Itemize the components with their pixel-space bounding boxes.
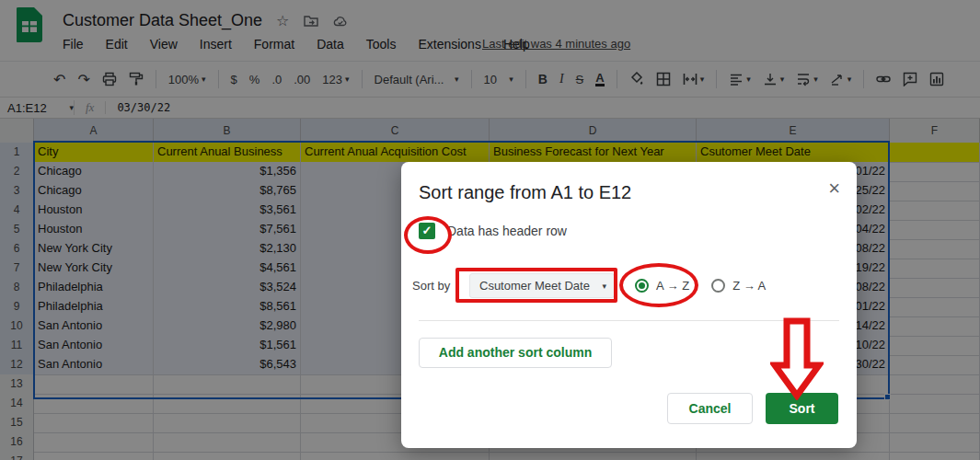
sort-by-label: Sort by bbox=[412, 279, 464, 293]
header-row-checkbox[interactable]: ✓ bbox=[419, 223, 435, 239]
sort-column-dropdown[interactable]: Csutomer Meet Date▾ bbox=[469, 273, 615, 298]
radio-unselected-icon[interactable] bbox=[711, 279, 725, 293]
dialog-divider bbox=[419, 320, 839, 321]
sort-button[interactable]: Sort bbox=[766, 393, 838, 424]
header-row-checkbox-label[interactable]: Data has header row bbox=[447, 224, 567, 238]
radio-selected-icon[interactable] bbox=[635, 279, 649, 293]
annotation-arrow-down-icon bbox=[770, 317, 824, 400]
sort-range-dialog: Sort range from A1 to E12 × ✓ Data has h… bbox=[401, 162, 857, 448]
google-sheets-window: Customer Data Sheet_One ☆ File Edit View… bbox=[0, 0, 980, 460]
dialog-title: Sort range from A1 to E12 bbox=[419, 182, 631, 203]
cancel-button[interactable]: Cancel bbox=[667, 393, 753, 424]
sort-asc-label: A → Z bbox=[656, 279, 689, 293]
sort-desc-label: Z → A bbox=[732, 279, 766, 293]
sort-asc-radio[interactable]: A → Z bbox=[635, 279, 689, 293]
sort-desc-radio[interactable]: Z → A bbox=[711, 279, 766, 293]
close-icon[interactable]: × bbox=[828, 178, 840, 199]
add-sort-column-button[interactable]: Add another sort column bbox=[419, 338, 612, 368]
chevron-down-icon: ▾ bbox=[602, 282, 606, 291]
